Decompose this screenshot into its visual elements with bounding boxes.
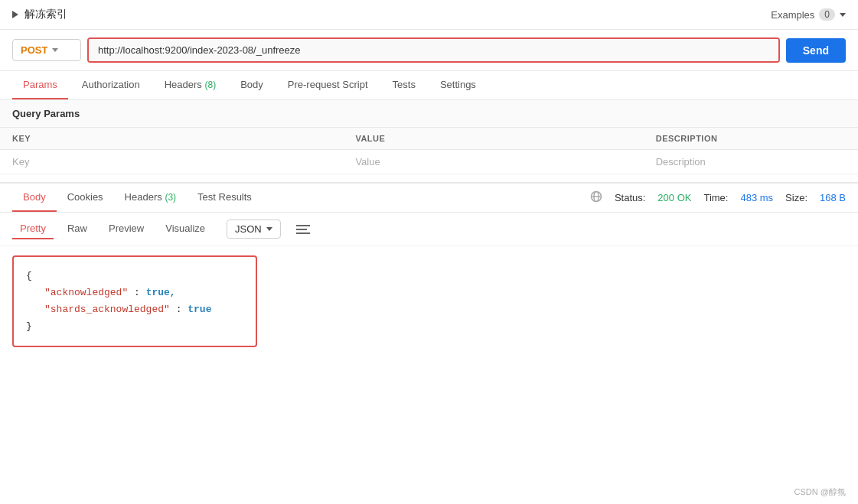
code-line-open: { [26,268,243,285]
format-bar: Pretty Raw Preview Visualize JSON [0,213,858,246]
code-block: { "acknowledged" : true, "shards_acknowl… [12,255,257,347]
code-key-1: "acknowledged" [44,287,128,298]
code-line-1: "acknowledged" : true, [26,285,243,301]
wrap-toggle[interactable] [293,222,313,237]
send-button[interactable]: Send [786,38,846,63]
col-key: KEY [0,128,343,150]
tab-body[interactable]: Body [230,71,274,99]
headers-badge: (8) [204,80,216,90]
globe-icon [590,190,602,205]
tab-tests[interactable]: Tests [382,71,426,99]
method-select[interactable]: POST [12,39,81,61]
size-value: 168 B [820,192,846,203]
tab-settings[interactable]: Settings [429,71,487,99]
url-bar: POST Send [0,30,858,71]
format-tab-preview[interactable]: Preview [101,219,152,239]
format-tab-pretty[interactable]: Pretty [12,219,54,239]
open-brace: { [26,270,32,281]
key-cell[interactable]: Key [0,150,343,174]
method-label: POST [21,44,47,56]
response-tabs-bar: Body Cookies Headers (3) Test Results St… [0,184,858,213]
code-line-2: "shards_acknowledged" : true [26,301,243,318]
time-value: 483 ms [740,192,773,203]
col-value: VALUE [343,128,643,150]
close-brace: } [26,320,32,332]
response-tab-body[interactable]: Body [12,184,57,212]
code-key-2: "shards_acknowledged" [44,304,170,315]
code-block-wrapper: { "acknowledged" : true, "shards_acknowl… [0,246,858,356]
expand-icon[interactable] [12,11,18,18]
tab-authorization[interactable]: Authorization [71,71,151,99]
format-tab-raw[interactable]: Raw [60,219,95,239]
format-tab-visualize[interactable]: Visualize [158,219,213,239]
examples-area[interactable]: Examples 0 [771,8,846,21]
response-section: Body Cookies Headers (3) Test Results St… [0,182,858,356]
status-label: Status: [615,192,645,203]
response-tab-testresults[interactable]: Test Results [187,184,263,212]
wrap-line-2 [296,229,307,230]
query-params-header: Query Params [0,100,858,128]
page-title: 解冻索引 [24,8,67,21]
url-input[interactable] [89,39,778,61]
tab-prerequest[interactable]: Pre-request Script [277,71,379,99]
code-val-1: true, [146,287,176,298]
method-dropdown-arrow[interactable] [52,48,58,52]
params-table: KEY VALUE DESCRIPTION Key Value Descript… [0,128,858,174]
time-label: Time: [703,192,728,203]
tab-params[interactable]: Params [12,71,68,99]
status-value: 200 OK [657,192,691,203]
description-cell[interactable]: Description [644,150,858,174]
col-description: DESCRIPTION [644,128,858,150]
format-select-value: JSON [235,223,262,235]
tab-headers[interactable]: Headers (8) [154,71,227,99]
size-label: Size: [785,192,807,203]
url-input-wrapper [87,37,780,63]
chevron-down-icon[interactable] [840,13,846,17]
response-meta: Status: 200 OK Time: 483 ms Size: 168 B [590,190,846,205]
wrap-line-3 [296,232,310,234]
examples-label: Examples [771,9,814,21]
wrap-line-1 [296,225,310,226]
examples-badge: 0 [819,8,835,21]
top-bar: 解冻索引 Examples 0 [0,0,858,30]
format-select-arrow[interactable] [266,227,272,231]
request-tabs-bar: Params Authorization Headers (8) Body Pr… [0,71,858,100]
response-tab-cookies[interactable]: Cookies [57,184,114,212]
code-val-2: true [188,304,211,315]
table-row: Key Value Description [0,150,858,174]
response-tab-headers[interactable]: Headers (3) [114,184,187,212]
format-select[interactable]: JSON [227,219,281,239]
response-headers-badge: (3) [165,192,176,203]
top-bar-left: 解冻索引 [12,8,67,21]
code-line-close: } [26,318,243,335]
value-cell[interactable]: Value [343,150,643,174]
